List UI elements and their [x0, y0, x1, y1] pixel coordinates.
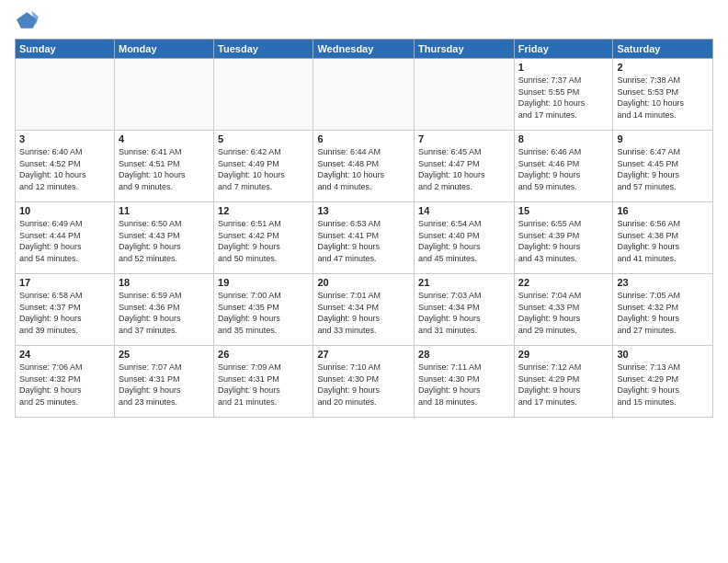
calendar-cell: 16Sunrise: 6:56 AM Sunset: 4:38 PM Dayli… [613, 202, 713, 274]
calendar-cell: 12Sunrise: 6:51 AM Sunset: 4:42 PM Dayli… [214, 202, 313, 274]
week-row-3: 10Sunrise: 6:49 AM Sunset: 4:44 PM Dayli… [16, 202, 713, 274]
day-info: Sunrise: 6:45 AM Sunset: 4:47 PM Dayligh… [418, 146, 510, 192]
day-number: 7 [418, 133, 510, 144]
day-info: Sunrise: 6:41 AM Sunset: 4:51 PM Dayligh… [119, 146, 210, 192]
day-number: 10 [19, 205, 110, 216]
weekday-header-thursday: Thursday [415, 40, 515, 59]
calendar-cell: 27Sunrise: 7:10 AM Sunset: 4:30 PM Dayli… [313, 346, 415, 418]
calendar-cell: 19Sunrise: 7:00 AM Sunset: 4:35 PM Dayli… [214, 274, 313, 346]
calendar-cell: 21Sunrise: 7:03 AM Sunset: 4:34 PM Dayli… [415, 274, 515, 346]
calendar-cell: 30Sunrise: 7:13 AM Sunset: 4:29 PM Dayli… [613, 346, 713, 418]
calendar-cell: 8Sunrise: 6:46 AM Sunset: 4:46 PM Daylig… [514, 131, 613, 202]
calendar-cell: 15Sunrise: 6:55 AM Sunset: 4:39 PM Dayli… [514, 202, 613, 274]
day-number: 12 [218, 205, 309, 216]
calendar-cell: 24Sunrise: 7:06 AM Sunset: 4:32 PM Dayli… [16, 346, 115, 418]
day-number: 23 [617, 277, 709, 288]
day-info: Sunrise: 6:40 AM Sunset: 4:52 PM Dayligh… [19, 146, 110, 192]
day-info: Sunrise: 6:42 AM Sunset: 4:49 PM Dayligh… [218, 146, 309, 192]
day-number: 30 [617, 349, 709, 360]
weekday-header-friday: Friday [514, 40, 613, 59]
day-info: Sunrise: 6:47 AM Sunset: 4:45 PM Dayligh… [617, 146, 709, 192]
calendar-cell [313, 59, 415, 131]
weekday-header-sunday: Sunday [16, 40, 115, 59]
calendar-cell: 26Sunrise: 7:09 AM Sunset: 4:31 PM Dayli… [214, 346, 313, 418]
calendar-cell: 22Sunrise: 7:04 AM Sunset: 4:33 PM Dayli… [514, 274, 613, 346]
day-number: 21 [418, 277, 510, 288]
calendar-cell: 7Sunrise: 6:45 AM Sunset: 4:47 PM Daylig… [415, 131, 515, 202]
day-info: Sunrise: 7:01 AM Sunset: 4:34 PM Dayligh… [317, 290, 410, 336]
calendar-cell [16, 59, 115, 131]
day-number: 29 [518, 349, 609, 360]
calendar-cell: 13Sunrise: 6:53 AM Sunset: 4:41 PM Dayli… [313, 202, 415, 274]
day-number: 26 [218, 349, 309, 360]
day-info: Sunrise: 7:03 AM Sunset: 4:34 PM Dayligh… [418, 290, 510, 336]
day-number: 2 [617, 62, 709, 73]
calendar: SundayMondayTuesdayWednesdayThursdayFrid… [15, 39, 713, 418]
calendar-cell: 20Sunrise: 7:01 AM Sunset: 4:34 PM Dayli… [313, 274, 415, 346]
calendar-cell [214, 59, 313, 131]
weekday-header-tuesday: Tuesday [214, 40, 313, 59]
day-number: 3 [19, 133, 110, 144]
header [15, 9, 713, 31]
calendar-cell: 11Sunrise: 6:50 AM Sunset: 4:43 PM Dayli… [114, 202, 213, 274]
weekday-header-row: SundayMondayTuesdayWednesdayThursdayFrid… [16, 40, 713, 59]
calendar-cell [415, 59, 515, 131]
calendar-cell: 28Sunrise: 7:11 AM Sunset: 4:30 PM Dayli… [415, 346, 515, 418]
day-info: Sunrise: 6:56 AM Sunset: 4:38 PM Dayligh… [617, 218, 709, 264]
calendar-cell: 2Sunrise: 7:38 AM Sunset: 5:53 PM Daylig… [613, 59, 713, 131]
day-info: Sunrise: 6:46 AM Sunset: 4:46 PM Dayligh… [518, 146, 609, 192]
weekday-header-monday: Monday [114, 40, 213, 59]
day-number: 14 [418, 205, 510, 216]
calendar-cell: 10Sunrise: 6:49 AM Sunset: 4:44 PM Dayli… [16, 202, 115, 274]
day-number: 17 [19, 277, 110, 288]
day-info: Sunrise: 6:44 AM Sunset: 4:48 PM Dayligh… [317, 146, 410, 192]
day-info: Sunrise: 7:12 AM Sunset: 4:29 PM Dayligh… [518, 362, 609, 408]
day-number: 6 [317, 133, 410, 144]
day-number: 13 [317, 205, 410, 216]
day-number: 27 [317, 349, 410, 360]
day-number: 5 [218, 133, 309, 144]
day-info: Sunrise: 7:00 AM Sunset: 4:35 PM Dayligh… [218, 290, 309, 336]
week-row-5: 24Sunrise: 7:06 AM Sunset: 4:32 PM Dayli… [16, 346, 713, 418]
day-number: 8 [518, 133, 609, 144]
calendar-cell: 5Sunrise: 6:42 AM Sunset: 4:49 PM Daylig… [214, 131, 313, 202]
day-info: Sunrise: 7:38 AM Sunset: 5:53 PM Dayligh… [617, 75, 709, 121]
day-info: Sunrise: 6:54 AM Sunset: 4:40 PM Dayligh… [418, 218, 510, 264]
day-info: Sunrise: 7:13 AM Sunset: 4:29 PM Dayligh… [617, 362, 709, 408]
page: SundayMondayTuesdayWednesdayThursdayFrid… [0, 0, 728, 563]
day-number: 19 [218, 277, 309, 288]
weekday-header-wednesday: Wednesday [313, 40, 415, 59]
day-info: Sunrise: 7:10 AM Sunset: 4:30 PM Dayligh… [317, 362, 410, 408]
week-row-1: 1Sunrise: 7:37 AM Sunset: 5:55 PM Daylig… [16, 59, 713, 131]
logo-icon [17, 9, 39, 31]
day-info: Sunrise: 7:04 AM Sunset: 4:33 PM Dayligh… [518, 290, 609, 336]
calendar-cell: 18Sunrise: 6:59 AM Sunset: 4:36 PM Dayli… [114, 274, 213, 346]
logo [15, 9, 39, 31]
day-info: Sunrise: 6:58 AM Sunset: 4:37 PM Dayligh… [19, 290, 110, 336]
day-info: Sunrise: 7:37 AM Sunset: 5:55 PM Dayligh… [518, 75, 609, 121]
day-number: 9 [617, 133, 709, 144]
week-row-2: 3Sunrise: 6:40 AM Sunset: 4:52 PM Daylig… [16, 131, 713, 202]
day-number: 24 [19, 349, 110, 360]
day-number: 22 [518, 277, 609, 288]
day-number: 20 [317, 277, 410, 288]
calendar-cell: 29Sunrise: 7:12 AM Sunset: 4:29 PM Dayli… [514, 346, 613, 418]
day-info: Sunrise: 6:50 AM Sunset: 4:43 PM Dayligh… [119, 218, 210, 264]
day-info: Sunrise: 7:06 AM Sunset: 4:32 PM Dayligh… [19, 362, 110, 408]
day-number: 28 [418, 349, 510, 360]
calendar-cell [114, 59, 213, 131]
calendar-cell: 4Sunrise: 6:41 AM Sunset: 4:51 PM Daylig… [114, 131, 213, 202]
calendar-cell: 3Sunrise: 6:40 AM Sunset: 4:52 PM Daylig… [16, 131, 115, 202]
day-number: 25 [119, 349, 210, 360]
calendar-cell: 9Sunrise: 6:47 AM Sunset: 4:45 PM Daylig… [613, 131, 713, 202]
day-info: Sunrise: 7:11 AM Sunset: 4:30 PM Dayligh… [418, 362, 510, 408]
calendar-cell: 23Sunrise: 7:05 AM Sunset: 4:32 PM Dayli… [613, 274, 713, 346]
calendar-cell: 17Sunrise: 6:58 AM Sunset: 4:37 PM Dayli… [16, 274, 115, 346]
day-number: 16 [617, 205, 709, 216]
day-info: Sunrise: 7:07 AM Sunset: 4:31 PM Dayligh… [119, 362, 210, 408]
calendar-cell: 1Sunrise: 7:37 AM Sunset: 5:55 PM Daylig… [514, 59, 613, 131]
day-info: Sunrise: 6:51 AM Sunset: 4:42 PM Dayligh… [218, 218, 309, 264]
day-number: 4 [119, 133, 210, 144]
week-row-4: 17Sunrise: 6:58 AM Sunset: 4:37 PM Dayli… [16, 274, 713, 346]
day-info: Sunrise: 7:09 AM Sunset: 4:31 PM Dayligh… [218, 362, 309, 408]
